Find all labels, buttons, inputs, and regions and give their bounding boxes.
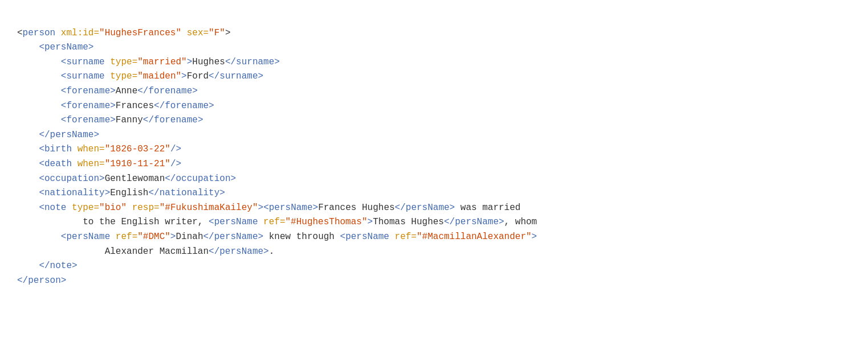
tag_bracket-token: /> [170, 159, 181, 169]
punct-token: = [132, 71, 138, 81]
tag_name-token: persName [406, 203, 450, 213]
text-token: knew through [263, 232, 340, 242]
attr_name-token: ref [389, 232, 411, 242]
tag_open_start-token: < [17, 28, 23, 38]
attr_value-token: "#DMC" [137, 232, 170, 242]
tag_bracket-token: </ [395, 203, 406, 213]
code-line: <surname type="maiden">Ford</surname> [17, 69, 851, 84]
code-line: <surname type="married">Hughes</surname> [17, 55, 851, 70]
code-line: <forename>Anne</forename> [17, 84, 851, 99]
tag_bracket-token: </ [143, 115, 154, 125]
xml-code-block: <person xml:id="HughesFrances" sex="F"> … [17, 11, 851, 288]
attr_name-token: type [105, 57, 132, 67]
attr_name-token: type [105, 71, 132, 81]
attr_name-token: type [66, 203, 93, 213]
code-line: <forename>Frances</forename> [17, 99, 851, 114]
tag_name-token: forename [148, 86, 192, 96]
tag_name-token: persName [214, 232, 258, 242]
tag_bracket-token: > [105, 188, 111, 198]
code-line: to the English writer, <persName ref="#H… [17, 215, 851, 230]
punct-token: = [132, 57, 138, 67]
tag_bracket-token: > [192, 86, 198, 96]
tag_bracket-token: > [263, 246, 269, 257]
tag_name-token: persName [455, 217, 499, 227]
punct-token: = [93, 203, 99, 213]
code-line: </person> [17, 274, 851, 289]
code-line: Alexander Macmillan</persName>. [17, 245, 851, 260]
text-token: Anne [116, 86, 137, 96]
tag_bracket-token: </ [39, 261, 50, 271]
tag_name-token: persName [44, 42, 88, 52]
tag_bracket-token: > [93, 130, 99, 140]
tag_bracket-token: > [258, 203, 264, 213]
tag_bracket-token: > [313, 203, 319, 213]
punct-token: = [99, 159, 105, 169]
tag_name-token: persName [66, 232, 110, 242]
tag_bracket-token: </ [225, 57, 236, 67]
code-line: <person xml:id="HughesFrances" sex="F"> [17, 26, 851, 41]
tag_bracket-token: < [61, 115, 67, 125]
tag_bracket-token: < [61, 86, 67, 96]
tag_name-token: surname [66, 71, 104, 81]
tag_name-token: surname [66, 57, 104, 67]
tag_name-token: note [50, 261, 72, 271]
code-line: <nationality>English</nationality> [17, 186, 851, 201]
tag_bracket-token: > [532, 232, 537, 242]
tag_bracket-token: </ [137, 86, 148, 96]
tag_name-token: note [44, 203, 66, 213]
tag_bracket-token: > [368, 217, 373, 227]
attr_name-token: xml:id [55, 28, 93, 38]
tag_name-token: forename [165, 101, 209, 111]
tag_bracket-token: < [340, 232, 346, 242]
tag_bracket-token: > [181, 71, 187, 81]
code-line: <persName> [17, 40, 851, 55]
tag_name-token: forename [66, 86, 110, 96]
attr_value-token: "#MacmillanAlexander" [417, 232, 532, 242]
text-token: Dinah [176, 232, 203, 242]
tag_bracket-token: > [209, 101, 214, 111]
text-token: to the English writer, [83, 217, 209, 227]
tag_bracket-token: < [39, 188, 44, 198]
tag_name-token: occupation [44, 174, 99, 184]
attr_name-token: ref [258, 217, 279, 227]
attr_name-token: sex [181, 28, 203, 38]
tag_name-token: occupation [176, 174, 230, 184]
code-line: <forename>Fanny</forename> [17, 113, 851, 128]
tag_bracket-token: > [258, 232, 264, 242]
tag_bracket-token: < [39, 42, 44, 52]
text-token: Frances [116, 101, 154, 111]
attr_name-token: ref [110, 232, 132, 242]
tag_name-token: forename [66, 101, 110, 111]
tag_bracket-token: < [39, 144, 44, 154]
tag_bracket-token: > [219, 188, 225, 198]
tag_name-token: forename [154, 115, 198, 125]
punct-token: = [132, 232, 138, 242]
tag_bracket-token: > [110, 86, 116, 96]
tag_bracket-token: > [198, 115, 203, 125]
attr_value-token: "HughesFrances" [99, 28, 181, 38]
tag_bracket-token: /> [170, 144, 181, 154]
attr_value-token: "maiden" [137, 71, 181, 81]
attr_value-token: "1826-03-22" [105, 144, 170, 154]
code-line: <note type="bio" resp="#FukushimaKailey"… [17, 201, 851, 216]
tag_bracket-token: < [61, 57, 67, 67]
tag_bracket-token: </ [203, 232, 214, 242]
attr_name-token: resp [127, 203, 154, 213]
tag_name-token: surname [236, 57, 274, 67]
tag_bracket-token: > [72, 261, 78, 271]
code-line: </persName> [17, 128, 851, 143]
text-token: Ford [187, 71, 209, 81]
text-token: was married [455, 203, 520, 213]
tag_name-token: death [44, 159, 72, 169]
tag_bracket-token: < [263, 203, 269, 213]
attr_value-token: "1910-11-21" [105, 159, 170, 169]
tag_bracket-token: > [61, 275, 67, 286]
tag_name-token: nationality [160, 188, 220, 198]
attr_name-token: when [72, 159, 99, 169]
tag_bracket-token: < [61, 71, 67, 81]
attr_value-token: "#FukushimaKailey" [160, 203, 258, 213]
tag_bracket-token: < [39, 159, 44, 169]
attr_value-token: "F" [209, 28, 225, 38]
tag_bracket-token: < [209, 217, 214, 227]
tag_name-token: person [28, 275, 61, 286]
